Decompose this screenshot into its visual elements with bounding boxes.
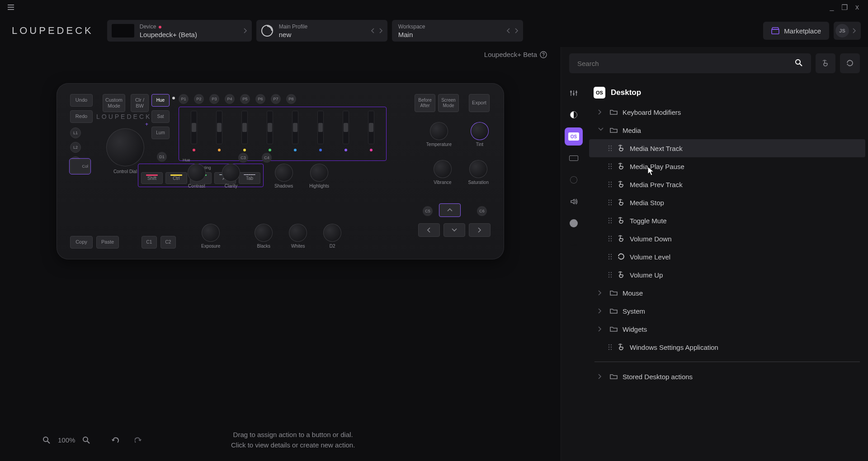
marketplace-button[interactable]: Marketplace bbox=[763, 22, 829, 40]
shift-key-button[interactable]: Shift bbox=[141, 172, 163, 184]
tree-action-item[interactable]: Media Prev Track bbox=[586, 175, 868, 193]
temperature-knob[interactable]: Temperature bbox=[426, 122, 452, 147]
p6-button[interactable]: P6 bbox=[255, 94, 265, 104]
category-moon[interactable] bbox=[565, 106, 583, 124]
hue-slider-4[interactable] bbox=[260, 111, 279, 157]
hue-button[interactable]: Hue bbox=[151, 94, 170, 107]
profile-selector[interactable]: Main Profile new bbox=[256, 20, 387, 42]
clr-bw-button[interactable]: Clr / BW bbox=[131, 94, 149, 112]
contrast-knob[interactable]: Contrast bbox=[188, 164, 206, 188]
tree-category[interactable]: Mouse bbox=[586, 284, 868, 302]
tree-action-item[interactable]: Media Stop bbox=[586, 193, 868, 212]
sat-button[interactable]: Sat bbox=[151, 110, 170, 123]
undo-button[interactable]: Undo bbox=[70, 94, 93, 107]
saturation-knob[interactable]: Saturation bbox=[468, 160, 489, 185]
c2-button[interactable]: C2 bbox=[160, 236, 176, 249]
exposure-knob[interactable]: Exposure bbox=[201, 224, 220, 249]
minimize-button[interactable]: _ bbox=[826, 1, 838, 14]
workspace-selector[interactable]: Workspace Main bbox=[392, 20, 523, 42]
category-os[interactable]: OS bbox=[565, 127, 583, 146]
tree-action-item[interactable]: Windows Settings Application bbox=[586, 338, 868, 356]
tree-action-item[interactable]: Volume Up bbox=[586, 266, 868, 284]
p8-button[interactable]: P8 bbox=[286, 94, 296, 104]
device-value: Loupedeck+ (Beta) bbox=[140, 31, 197, 38]
filter-tap-button[interactable] bbox=[816, 53, 835, 73]
tree-action-label: Windows Settings Application bbox=[630, 343, 718, 351]
tree-category[interactable]: Media bbox=[586, 121, 868, 139]
hue-slider-5[interactable] bbox=[286, 111, 305, 157]
l1-button[interactable]: L1 bbox=[70, 127, 81, 138]
category-spotify[interactable] bbox=[565, 214, 583, 232]
zoom-in-button[interactable] bbox=[80, 434, 92, 446]
ctrl-key-button[interactable]: Ctrl bbox=[165, 172, 187, 184]
paste-button[interactable]: Paste bbox=[96, 236, 119, 249]
p5-button[interactable]: P5 bbox=[240, 94, 250, 104]
clarity-knob[interactable]: Clarity bbox=[222, 164, 240, 188]
c4-button[interactable]: C4 bbox=[262, 153, 272, 163]
search-box[interactable] bbox=[569, 53, 811, 73]
lum-button[interactable]: Lum bbox=[151, 127, 170, 139]
before-after-button[interactable]: Before After bbox=[415, 94, 435, 112]
nav-right-button[interactable] bbox=[469, 223, 491, 237]
nav-down-button[interactable] bbox=[443, 223, 465, 237]
user-menu[interactable]: JS bbox=[834, 22, 861, 40]
tree-category[interactable]: Widgets bbox=[586, 320, 868, 338]
p2-button[interactable]: P2 bbox=[194, 94, 204, 104]
copy-button[interactable]: Copy bbox=[70, 236, 93, 249]
hue-slider-1[interactable] bbox=[184, 111, 203, 157]
zoom-out-button[interactable] bbox=[41, 434, 52, 446]
category-audio[interactable] bbox=[565, 193, 583, 211]
l2-button[interactable]: L2 bbox=[70, 142, 81, 153]
tree-action-label: Media Play Pause bbox=[630, 163, 684, 170]
hue-slider-7[interactable] bbox=[336, 111, 355, 157]
close-button[interactable]: x bbox=[851, 1, 863, 14]
device-selector[interactable]: Device Loupedeck+ (Beta) bbox=[107, 20, 252, 42]
category-keyboard[interactable] bbox=[565, 149, 583, 167]
category-adjust[interactable] bbox=[565, 84, 583, 102]
hamburger-button[interactable] bbox=[5, 1, 17, 14]
export-button[interactable]: Export bbox=[469, 94, 490, 112]
p7-button[interactable]: P7 bbox=[271, 94, 281, 104]
nav-up-button[interactable] bbox=[439, 203, 461, 217]
redo-button[interactable]: Redo bbox=[70, 110, 93, 123]
vibrance-knob[interactable]: Vibrance bbox=[434, 160, 452, 185]
search-input[interactable] bbox=[576, 59, 795, 68]
tree-action-item[interactable]: Media Play Pause bbox=[586, 157, 868, 175]
tree-stored-actions[interactable]: Stored Desktop actions bbox=[586, 367, 868, 386]
nav-left-button[interactable] bbox=[418, 223, 440, 237]
filter-rotate-button[interactable] bbox=[840, 53, 860, 73]
tree-action-item[interactable]: Toggle Mute bbox=[586, 212, 868, 230]
tree-category[interactable]: System bbox=[586, 302, 868, 320]
hue-slider-3[interactable] bbox=[235, 111, 254, 157]
col-button[interactable]: Col bbox=[70, 159, 90, 174]
maximize-button[interactable]: ❐ bbox=[838, 1, 851, 14]
hue-slider-2[interactable] bbox=[210, 111, 229, 157]
p3-button[interactable]: P3 bbox=[209, 94, 219, 104]
c3-button[interactable]: C3 bbox=[238, 153, 248, 163]
d1-button[interactable]: D1 bbox=[157, 152, 167, 162]
tree-category[interactable]: Keyboard Modifiers bbox=[586, 103, 868, 121]
c5-button[interactable]: C5 bbox=[423, 206, 433, 216]
shadows-knob[interactable]: Shadows bbox=[274, 164, 293, 188]
tree-action-item[interactable]: Go to next trackMedia Next Track bbox=[589, 139, 865, 157]
c1-button[interactable]: C1 bbox=[142, 236, 157, 249]
help-icon[interactable] bbox=[540, 51, 547, 58]
whites-knob[interactable]: Whites bbox=[289, 224, 307, 249]
d2-knob[interactable]: D2 bbox=[323, 224, 341, 249]
chevron-left-icon bbox=[507, 28, 510, 33]
blacks-knob[interactable]: Blacks bbox=[255, 224, 273, 249]
category-fe24[interactable]: fe24 bbox=[565, 236, 583, 254]
tree-action-item[interactable]: Volume Level bbox=[586, 248, 868, 266]
hue-slider-6[interactable] bbox=[311, 111, 330, 157]
c6-button[interactable]: C6 bbox=[477, 206, 487, 216]
category-globe[interactable] bbox=[565, 171, 583, 189]
tree-action-item[interactable]: Volume Down bbox=[586, 230, 868, 248]
highlights-knob[interactable]: Highlights bbox=[309, 164, 329, 188]
chevron-left-icon bbox=[371, 28, 375, 33]
p4-button[interactable]: P4 bbox=[225, 94, 235, 104]
custom-mode-button[interactable]: Custom Mode bbox=[103, 94, 125, 112]
hue-slider-8[interactable] bbox=[362, 111, 381, 157]
screen-mode-button[interactable]: Screen Mode bbox=[438, 94, 459, 112]
tint-knob[interactable]: Tint bbox=[471, 122, 489, 147]
p1-button[interactable]: P1 bbox=[179, 94, 189, 104]
